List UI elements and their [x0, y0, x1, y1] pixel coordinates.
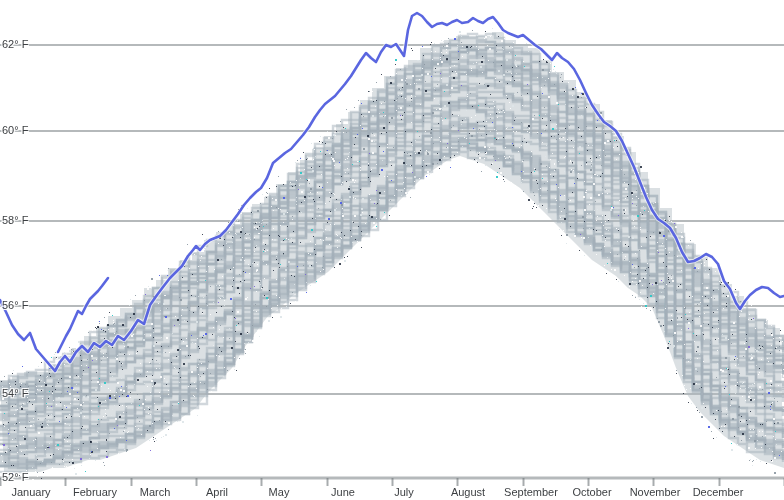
month-label: February	[73, 486, 117, 499]
y-axis-label: 62° F	[2, 38, 28, 51]
y-axis-label: 56° F	[2, 299, 28, 312]
month-label: November	[630, 486, 681, 499]
y-axis-label: 60° F	[2, 124, 28, 137]
month-label: March	[140, 486, 171, 499]
month-label: July	[394, 486, 414, 499]
month-label: September	[504, 486, 558, 499]
y-axis-label: 52° F	[2, 471, 28, 484]
y-axis-label: 58° F	[2, 214, 28, 227]
month-label: August	[451, 486, 485, 499]
y-axis-label: 54° F	[2, 387, 28, 400]
month-label: January	[11, 486, 50, 499]
month-label: May	[269, 486, 290, 499]
temperature-chart: 62° F60° F58° F56° F54° F52° F JanuaryFe…	[0, 0, 784, 500]
month-label: April	[206, 486, 228, 499]
month-label: October	[572, 486, 611, 499]
temperature-chart-canvas[interactable]	[0, 0, 784, 500]
month-label: December	[693, 486, 744, 499]
month-label: June	[331, 486, 355, 499]
